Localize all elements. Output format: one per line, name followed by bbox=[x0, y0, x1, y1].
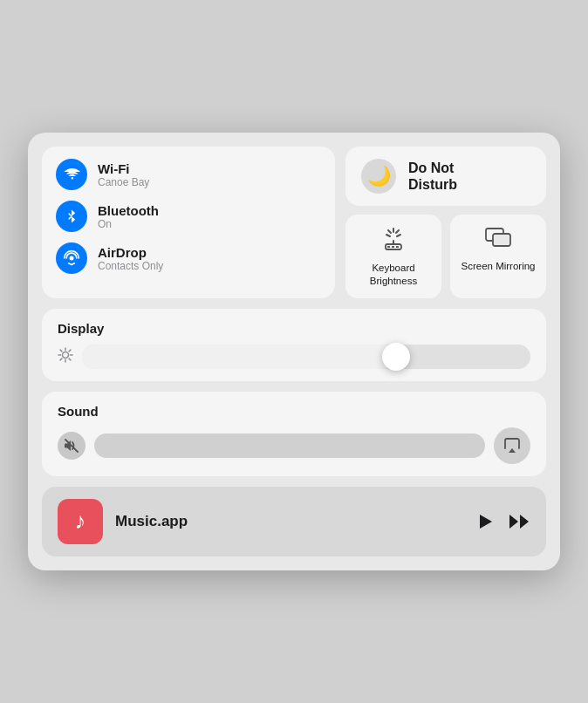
airplay-icon[interactable] bbox=[494, 427, 530, 464]
mute-icon bbox=[58, 432, 85, 460]
svg-point-0 bbox=[70, 256, 74, 261]
airdrop-item[interactable]: AirDrop Contacts Only bbox=[56, 242, 321, 274]
airdrop-icon bbox=[56, 242, 87, 274]
keyboard-brightness-icon bbox=[380, 225, 407, 256]
airplay-svg bbox=[503, 436, 522, 455]
display-brightness-track[interactable] bbox=[82, 345, 530, 369]
svg-rect-9 bbox=[392, 246, 394, 248]
tiles-row: Keyboard Brightness Screen Mirroring bbox=[345, 215, 546, 298]
screen-mirroring-tile[interactable]: Screen Mirroring bbox=[450, 215, 546, 298]
sun-icon bbox=[58, 347, 73, 363]
svg-line-5 bbox=[388, 230, 391, 233]
speaker-muted-svg bbox=[64, 438, 79, 454]
bluetooth-text: Bluetooth On bbox=[98, 203, 159, 230]
display-title: Display bbox=[58, 321, 530, 336]
svg-line-4 bbox=[397, 235, 400, 236]
bluetooth-svg-icon bbox=[63, 208, 80, 225]
bluetooth-icon bbox=[56, 201, 87, 232]
sound-panel: Sound bbox=[42, 392, 546, 476]
display-slider-row bbox=[58, 345, 530, 369]
display-brightness-fill bbox=[82, 345, 396, 369]
fast-forward-button[interactable] bbox=[508, 512, 530, 531]
display-panel: Display bbox=[42, 309, 546, 381]
wifi-item[interactable]: Wi-Fi Canoe Bay bbox=[56, 159, 321, 190]
svg-line-21 bbox=[60, 358, 62, 360]
screen-mirroring-icon bbox=[485, 225, 511, 255]
airdrop-sub: Contacts Only bbox=[98, 260, 163, 272]
sound-volume-track[interactable] bbox=[94, 433, 485, 458]
sound-title: Sound bbox=[58, 404, 530, 419]
dnd-panel[interactable]: 🌙 Do NotDisturb bbox=[345, 147, 546, 206]
dnd-label: Do NotDisturb bbox=[408, 160, 457, 193]
sound-slider-row bbox=[58, 427, 530, 464]
brightness-icon bbox=[58, 347, 73, 366]
svg-line-19 bbox=[69, 358, 71, 360]
screen-mirroring-label: Screen Mirroring bbox=[462, 260, 536, 273]
dnd-icon: 🌙 bbox=[361, 159, 396, 194]
music-controls bbox=[475, 512, 530, 531]
svg-rect-12 bbox=[493, 234, 510, 246]
wifi-icon bbox=[56, 159, 87, 190]
airdrop-name: AirDrop bbox=[98, 245, 163, 260]
airdrop-text: AirDrop Contacts Only bbox=[98, 245, 163, 272]
bluetooth-name: Bluetooth bbox=[98, 203, 159, 218]
svg-rect-8 bbox=[387, 246, 390, 248]
wifi-sub: Canoe Bay bbox=[98, 176, 149, 188]
network-panel: Wi-Fi Canoe Bay Bluetooth On bbox=[42, 147, 335, 298]
airdrop-svg-icon bbox=[63, 249, 80, 267]
music-note-icon: ♪ bbox=[75, 508, 86, 535]
wifi-svg-icon bbox=[63, 166, 80, 183]
svg-line-18 bbox=[60, 350, 62, 352]
top-row: Wi-Fi Canoe Bay Bluetooth On bbox=[42, 147, 546, 298]
svg-point-13 bbox=[63, 352, 69, 358]
svg-line-3 bbox=[386, 235, 390, 236]
music-app-name: Music.app bbox=[115, 513, 462, 530]
keyboard-brightness-tile[interactable]: Keyboard Brightness bbox=[345, 215, 441, 298]
wifi-name: Wi-Fi bbox=[98, 161, 149, 176]
wifi-text: Wi-Fi Canoe Bay bbox=[98, 161, 149, 188]
music-app-icon: ♪ bbox=[58, 499, 103, 544]
screen-mirroring-svg bbox=[485, 225, 511, 249]
keyboard-brightness-label: Keyboard Brightness bbox=[352, 262, 434, 288]
bluetooth-item[interactable]: Bluetooth On bbox=[56, 201, 321, 232]
play-icon bbox=[475, 512, 494, 531]
svg-line-20 bbox=[69, 350, 71, 352]
display-brightness-thumb[interactable] bbox=[382, 343, 410, 371]
play-button[interactable] bbox=[475, 512, 494, 531]
control-center: Wi-Fi Canoe Bay Bluetooth On bbox=[28, 133, 560, 570]
svg-line-6 bbox=[396, 230, 399, 233]
fast-forward-icon bbox=[508, 512, 530, 531]
music-panel: ♪ Music.app bbox=[42, 487, 546, 556]
bluetooth-sub: On bbox=[98, 218, 159, 230]
svg-rect-10 bbox=[396, 246, 399, 248]
keyboard-brightness-svg bbox=[380, 225, 407, 251]
right-panel: 🌙 Do NotDisturb bbox=[345, 147, 546, 298]
